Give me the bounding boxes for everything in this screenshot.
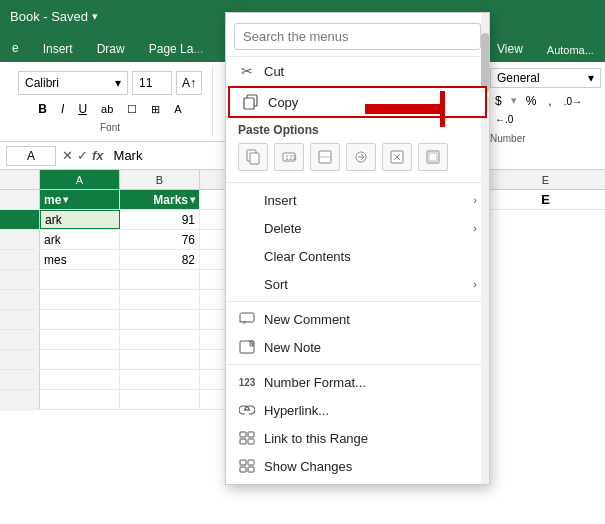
formula-fx-label: fx [92,148,104,163]
cell-b9[interactable] [120,370,200,389]
paste-btn-3[interactable] [310,143,340,171]
formula-icons: ✕ ✓ fx [62,148,104,163]
comment-icon [238,310,256,328]
cell-b6[interactable] [120,310,200,329]
menu-item-new-note[interactable]: New Note [226,333,489,361]
row-num-2 [0,230,40,249]
cell-e-value[interactable]: E [485,190,605,210]
svg-rect-20 [240,439,246,444]
svg-rect-24 [240,467,246,472]
cell-a9[interactable] [40,370,120,389]
cell-b7[interactable] [120,330,200,349]
strikethrough-btn[interactable]: ab [95,99,119,119]
menu-item-sort[interactable]: Sort › [226,270,489,298]
cell-a-header[interactable]: me ▾ [40,190,120,209]
paste-btn-4[interactable] [346,143,376,171]
tab-home[interactable]: e [0,35,31,62]
percent-btn[interactable]: % [521,92,542,110]
decimal-dec-btn[interactable]: ←.0 [490,112,518,127]
insert-arrow: › [473,194,477,206]
note-icon [238,338,256,356]
cell-a1[interactable]: ark [40,210,120,229]
paste-btn-5[interactable] [382,143,412,171]
menu-item-show-changes[interactable]: Show Changes [226,452,489,480]
cell-a2[interactable]: ark [40,230,120,249]
underline-btn[interactable]: U [72,99,93,119]
table-row: ark 76 [0,230,225,250]
sort-arrow: › [473,278,477,290]
row-num-3 [0,250,40,269]
tab-draw[interactable]: Draw [85,36,137,62]
menu-item-hyperlink[interactable]: Hyperlink... [226,396,489,424]
cell-a6[interactable] [40,310,120,329]
cell-b1[interactable]: 91 [120,210,200,229]
menu-item-insert[interactable]: Insert › [226,186,489,214]
cell-b-header[interactable]: Marks ▾ [120,190,200,209]
tab-view[interactable]: View [485,36,535,62]
menu-item-cut[interactable]: ✂ Cut [226,57,489,85]
excel-background: Book - Saved ▾ e Insert Draw Page La... … [0,0,605,524]
cell-b10[interactable] [120,390,200,409]
menu-item-delete[interactable]: Delete › [226,214,489,242]
row-num-1 [0,210,40,229]
table-row-empty-7 [0,390,225,410]
scissors-icon: ✂ [238,62,256,80]
cell-b4[interactable] [120,270,200,289]
cell-b5[interactable] [120,290,200,309]
cell-a3[interactable]: mes [40,250,120,269]
italic-btn[interactable]: I [55,99,70,119]
number-format-icon: 123 [238,373,256,391]
col-header-a[interactable]: A [40,170,120,189]
cell-a8[interactable] [40,350,120,369]
border-btn[interactable]: ☐ [121,99,143,119]
menu-item-new-note-label: New Note [264,340,321,355]
number-format-dropdown[interactable]: General ▾ [490,68,601,88]
cell-reference[interactable]: A [6,146,56,166]
tab-pagelayout[interactable]: Page La... [137,36,216,62]
cell-b3[interactable]: 82 [120,250,200,269]
paste-btn-2[interactable]: 123 [274,143,304,171]
paste-btn-1[interactable] [238,143,268,171]
right-ribbon-tabs: View Automa... [485,32,605,62]
menu-item-new-comment-label: New Comment [264,312,350,327]
comma-btn[interactable]: , [543,92,556,110]
tab-automate[interactable]: Automa... [535,38,605,62]
hyperlink-icon [238,401,256,419]
cell-a4[interactable] [40,270,120,289]
highlight-btn[interactable]: A [168,99,187,119]
menu-item-link-to-range[interactable]: Link to this Range [226,424,489,452]
cell-a7[interactable] [40,330,120,349]
paste-btn-6[interactable] [418,143,448,171]
row-num-4 [0,270,40,289]
svg-rect-3 [250,153,259,164]
table-row-empty-3 [0,310,225,330]
delete-icon [238,219,256,237]
increase-font-btn[interactable]: A↑ [176,71,202,95]
svg-rect-23 [248,460,254,465]
tab-insert[interactable]: Insert [31,36,85,62]
bold-btn[interactable]: B [32,99,53,119]
menu-item-link-label: Link to this Range [264,431,368,446]
table-row-empty-5 [0,350,225,370]
cell-a5[interactable] [40,290,120,309]
table-row-empty-2 [0,290,225,310]
cell-b8[interactable] [120,350,200,369]
menu-search-input[interactable] [234,23,481,50]
number-format-section: General ▾ $ ▾ % , .0→ ←.0 Number [485,62,605,142]
menu-item-number-format[interactable]: 123 Number Format... [226,368,489,396]
cell-b2[interactable]: 76 [120,230,200,249]
corner-cell [0,170,40,189]
dollar-btn[interactable]: $ [490,92,507,110]
cell-a10[interactable] [40,390,120,409]
col-header-e[interactable]: E [485,170,605,190]
font-selector[interactable]: Calibri ▾ [18,71,128,95]
menu-item-new-comment[interactable]: New Comment [226,305,489,333]
font-size-selector[interactable]: 11 [132,71,172,95]
merge-btn[interactable]: ⊞ [145,99,166,119]
decimal-inc-btn[interactable]: .0→ [559,92,587,110]
col-header-b[interactable]: B [120,170,200,189]
row-num-9 [0,370,40,389]
menu-item-number-format-label: Number Format... [264,375,366,390]
menu-item-clear-contents[interactable]: Clear Contents [226,242,489,270]
search-box-container [226,17,489,57]
